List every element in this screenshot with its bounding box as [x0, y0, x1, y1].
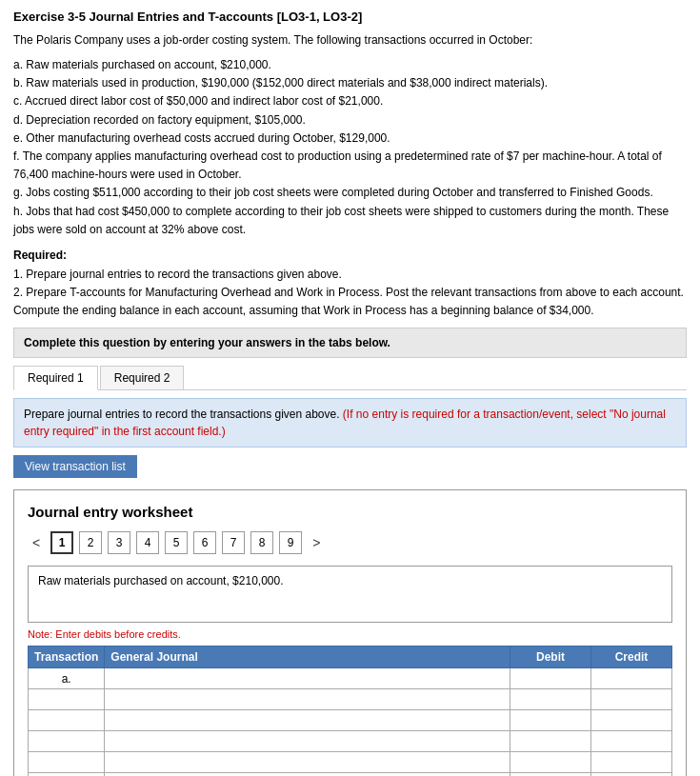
transactions-list: a. Raw materials purchased on account, $… [13, 56, 687, 239]
transaction-c: c. Accrued direct labor cost of $50,000 … [13, 92, 687, 110]
page-title: Exercise 3-5 Journal Entries and T-accou… [13, 10, 687, 24]
page-9-button[interactable]: 9 [279, 531, 302, 554]
view-transaction-list-button[interactable]: View transaction list [13, 455, 137, 478]
page-1-button[interactable]: 1 [50, 531, 73, 554]
page-3-button[interactable]: 3 [108, 531, 130, 554]
row1-credit-input[interactable] [595, 671, 668, 686]
required-item-1: 1. Prepare journal entries to record the… [13, 266, 687, 284]
page-2-button[interactable]: 2 [79, 531, 102, 554]
page-6-button[interactable]: 6 [193, 531, 216, 554]
page-8-button[interactable]: 8 [250, 531, 273, 554]
worksheet-title: Journal entry worksheet [28, 504, 672, 520]
transaction-b: b. Raw materials used in production, $19… [13, 74, 687, 92]
transaction-e: e. Other manufacturing overhead costs ac… [13, 129, 687, 148]
tab-required-1[interactable]: Required 1 [13, 366, 98, 390]
row4-debit-input[interactable] [514, 734, 587, 748]
row1-general[interactable] [105, 668, 510, 689]
row1-transaction: a. [29, 668, 105, 689]
row2-general-input[interactable] [109, 692, 506, 706]
page-5-button[interactable]: 5 [165, 531, 188, 554]
required-title: Required: [13, 249, 687, 262]
row4-credit[interactable] [591, 731, 672, 752]
transaction-h: h. Jobs that had cost $450,000 to comple… [13, 203, 687, 239]
transaction-a: a. Raw materials purchased on account, $… [13, 56, 687, 74]
tab-required-2[interactable]: Required 2 [100, 366, 185, 389]
instruction-box: Prepare journal entries to record the tr… [13, 398, 687, 448]
row4-general-input[interactable] [109, 734, 506, 748]
col-general-header: General Journal [105, 647, 510, 668]
complete-box: Complete this question by entering your … [13, 328, 687, 358]
col-credit-header: Credit [591, 647, 672, 668]
row2-transaction [29, 689, 105, 710]
row1-credit[interactable] [591, 668, 672, 689]
instruction-main: Prepare journal entries to record the tr… [24, 408, 343, 421]
row3-general[interactable] [105, 710, 510, 731]
table-row [29, 689, 672, 710]
page-4-button[interactable]: 4 [136, 531, 159, 554]
row2-credit[interactable] [591, 689, 672, 710]
worksheet-container: Journal entry worksheet < 1 2 3 4 5 6 7 … [13, 489, 687, 776]
row1-general-input[interactable] [109, 671, 506, 686]
row5-debit-input[interactable] [514, 755, 587, 769]
row3-transaction [29, 710, 105, 731]
required-item-2: 2. Prepare T-accounts for Manufacturing … [13, 284, 687, 320]
intro-text: The Polaris Company uses a job-order cos… [13, 31, 687, 49]
row5-credit[interactable] [591, 752, 672, 773]
row2-debit-input[interactable] [514, 692, 587, 706]
next-page-button[interactable]: > [308, 533, 325, 552]
tabs-container: Required 1 Required 2 [13, 366, 687, 390]
transaction-f: f. The company applies manufacturing ove… [13, 148, 687, 184]
col-debit-header: Debit [510, 647, 591, 668]
table-row: a. [29, 668, 672, 689]
row3-credit[interactable] [591, 710, 672, 731]
table-row [29, 710, 672, 731]
row2-credit-input[interactable] [595, 692, 668, 706]
row2-general[interactable] [105, 689, 510, 710]
row3-debit[interactable] [510, 710, 591, 731]
row4-transaction [29, 731, 105, 752]
row4-general[interactable] [105, 731, 510, 752]
note-text: Note: Enter debits before credits. [28, 628, 672, 640]
page-7-button[interactable]: 7 [222, 531, 245, 554]
transaction-g: g. Jobs costing $511,000 according to th… [13, 184, 687, 202]
prev-page-button[interactable]: < [28, 533, 45, 552]
transaction-d: d. Depreciation recorded on factory equi… [13, 111, 687, 129]
row5-credit-input[interactable] [595, 755, 668, 769]
row5-transaction [29, 752, 105, 773]
row1-debit[interactable] [510, 668, 591, 689]
row3-debit-input[interactable] [514, 713, 587, 727]
pagination: < 1 2 3 4 5 6 7 8 9 > [28, 531, 672, 554]
row1-debit-input[interactable] [514, 671, 587, 686]
row4-debit[interactable] [510, 731, 591, 752]
row4-credit-input[interactable] [595, 734, 668, 748]
row5-debit[interactable] [510, 752, 591, 773]
row3-general-input[interactable] [109, 713, 506, 727]
table-row [29, 731, 672, 752]
required-section: Required: 1. Prepare journal entries to … [13, 249, 687, 321]
table-row [29, 752, 672, 773]
transaction-description: Raw materials purchased on account, $210… [28, 566, 672, 623]
row2-debit[interactable] [510, 689, 591, 710]
row3-credit-input[interactable] [595, 713, 668, 727]
row5-general[interactable] [105, 752, 510, 773]
col-transaction-header: Transaction [29, 647, 105, 668]
journal-table: Transaction General Journal Debit Credit… [28, 646, 672, 776]
row5-general-input[interactable] [109, 755, 506, 769]
